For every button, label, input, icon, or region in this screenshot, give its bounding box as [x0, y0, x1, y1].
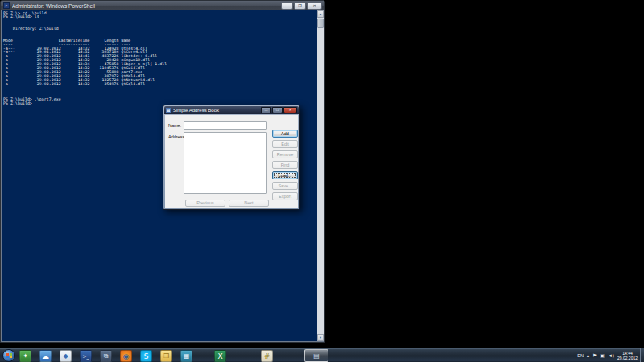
minimize-button[interactable]: —	[261, 107, 271, 113]
add-button[interactable]: Add	[272, 130, 298, 138]
taskbar-powershell-icon[interactable]: >_	[80, 350, 92, 362]
address-book-window: ▤ Simple Address Book — ❐ ✕ Name: Addres…	[163, 105, 300, 210]
powershell-titlebar[interactable]: > Administrator: Windows PowerShell — ❐ …	[1, 1, 324, 10]
scrollbar-up-icon[interactable]: ▲	[317, 10, 324, 18]
previous-button[interactable]: Previous	[185, 200, 225, 207]
clock-date: 29.02.2012	[617, 356, 638, 360]
taskbar-qt-app-icon[interactable]: #	[261, 350, 273, 362]
start-button[interactable]	[2, 349, 15, 362]
system-tray: EN ▴ ⚑ ▣ ◄) 14:44 29.02.2012	[577, 348, 638, 362]
network-icon[interactable]: ▣	[600, 353, 605, 358]
minimize-button[interactable]: —	[281, 2, 293, 10]
edit-button[interactable]: Edit	[272, 140, 298, 148]
taskbar-remote-desktop-icon[interactable]: ⧉	[100, 350, 112, 362]
address-book-app-icon: ▤	[313, 352, 320, 360]
powershell-window-icon: >	[3, 2, 10, 9]
address-book-taskbar-button[interactable]: ▤	[304, 349, 328, 362]
taskbar-cloud-app-icon[interactable]: ☁	[39, 350, 52, 362]
close-icon[interactable]: ✕	[307, 2, 322, 10]
maximize-button[interactable]: ❐	[272, 107, 283, 113]
taskbar-skype-icon[interactable]: S	[140, 350, 152, 362]
close-icon[interactable]: ✕	[283, 107, 297, 113]
taskbar-explorer-icon[interactable]: ❒	[160, 350, 172, 362]
clock[interactable]: 14:44 29.02.2012	[617, 351, 638, 360]
scrollbar-thumb[interactable]	[317, 19, 324, 28]
next-button[interactable]: Next	[229, 200, 269, 207]
taskbar-green-app-icon[interactable]: ✦	[19, 350, 31, 362]
volume-icon[interactable]: ◄)	[608, 353, 614, 358]
console-scrollbar[interactable]: ▲ ▼	[317, 10, 324, 341]
name-input[interactable]	[184, 121, 267, 130]
hidden-icons-chevron-icon[interactable]: ▴	[587, 353, 589, 358]
taskbar-pinned-icons: ✦ ☁ ◆ >_ ⧉ ◉	[19, 350, 192, 362]
address-book-window-icon: ▤	[166, 108, 171, 113]
taskbar-excel-icon[interactable]: X	[214, 350, 226, 362]
scrollbar-down-icon[interactable]: ▼	[317, 334, 324, 341]
taskbar-virtualbox-icon[interactable]: ◆	[60, 350, 72, 362]
desktop: > Administrator: Windows PowerShell — ❐ …	[0, 0, 644, 362]
address-book-body: Name: Address: Add Edit Remove Find Load…	[165, 115, 298, 208]
action-center-flag-icon[interactable]: ⚑	[592, 353, 597, 358]
name-label: Name:	[168, 123, 181, 128]
taskbar: ✦ ☁ ◆ >_ ⧉ ◉	[0, 348, 644, 362]
windows-logo-icon	[6, 353, 12, 358]
taskbar-firefox-icon[interactable]: ◉	[120, 350, 132, 362]
load-button[interactable]: Load...	[272, 171, 298, 179]
address-book-title: Simple Address Book	[173, 108, 261, 113]
find-button[interactable]: Find	[272, 161, 298, 169]
address-book-titlebar[interactable]: ▤ Simple Address Book — ❐ ✕	[164, 106, 299, 114]
remove-button[interactable]: Remove	[272, 150, 298, 158]
save-button[interactable]: Save...	[272, 182, 298, 190]
address-input[interactable]	[184, 132, 267, 194]
language-indicator[interactable]: EN	[577, 353, 584, 358]
powershell-window-title: Administrator: Windows PowerShell	[12, 3, 281, 9]
export-button[interactable]: Export	[272, 192, 298, 200]
maximize-button[interactable]: ❐	[294, 2, 306, 10]
show-desktop-button[interactable]	[640, 348, 644, 362]
taskbar-media-app-icon[interactable]: ▦	[180, 350, 192, 362]
